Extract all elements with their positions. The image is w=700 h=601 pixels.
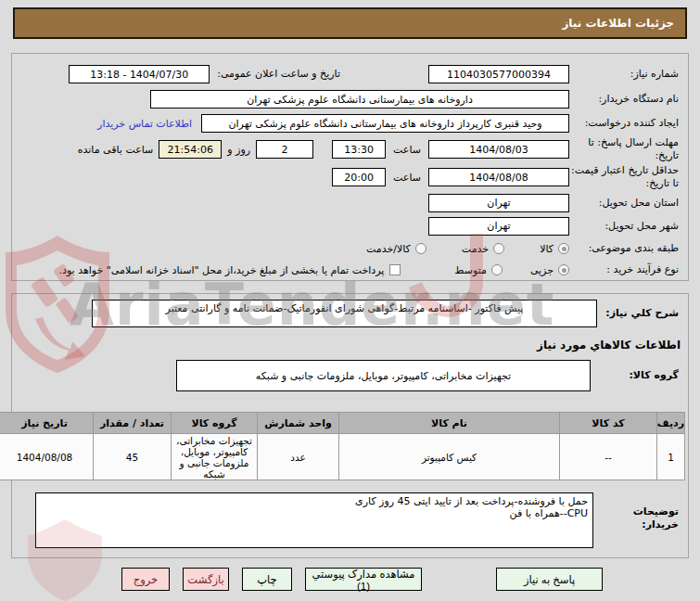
city-label: شهر محل تحویل: (569, 220, 679, 233)
radio-motevaset[interactable] (491, 264, 503, 275)
treasury-note: پرداخت تمام یا بخشی از مبلغ خرید،از محل … (59, 264, 385, 276)
need-desc-row: شرح کلي نیاز: پیش فاکتور -اساسنامه مرتبط… (12, 300, 688, 327)
validity-label: حداقل تاریخ اعتبار قیمت: تا تاریخ: (569, 164, 679, 190)
province-field[interactable]: تهران (428, 194, 569, 212)
radio-jozii-label: جزیی (530, 264, 554, 276)
items-table: ردیف کد کالا نام کالا واحد شمارش گروه کا… (0, 412, 685, 480)
purchase-type-label: نوع فرآیند خرید : (569, 263, 679, 276)
buyer-org-label: نام دستگاه خریدار: (569, 93, 679, 106)
classification-row: طبقه بندی موضوعی: کالا خدمت کالا/خدمت (12, 237, 688, 260)
validity-time-field[interactable]: 20:00 (332, 168, 386, 186)
table-row: 1 -- کیس کامپیوتر عدد تجهیزات مخابراتی، … (0, 434, 685, 480)
col-item-name: نام کالا (339, 413, 560, 434)
cell-group: تجهیزات مخابراتی، کامپیوتر، موبایل، ملزو… (172, 434, 258, 480)
price-validity-row: حداقل تاریخ اعتبار قیمت: تا تاریخ: 1404/… (12, 163, 688, 191)
cell-quantity: 45 (94, 434, 172, 480)
view-attachments-button[interactable]: مشاهده مدارک پیوستي (1) (305, 568, 422, 591)
response-deadline-row: مهلت ارسال پاسخ: تا تاریخ: 1404/08/03 سا… (12, 135, 688, 163)
print-button[interactable]: چاپ (242, 568, 292, 591)
need-desc-label: شرح کلي نیاز: (597, 307, 679, 320)
items-table-header-row: ردیف کد کالا نام کالا واحد شمارش گروه کا… (0, 413, 685, 434)
request-info-panel: شماره نیاز: 1104030577000394 تاریخ و ساع… (11, 53, 689, 281)
requester-field[interactable]: وحید قنبری کارپرداز داروخانه های بیمارست… (201, 114, 569, 133)
radio-jozii[interactable] (558, 264, 569, 275)
radio-kala[interactable] (558, 243, 569, 254)
radio-motevaset-label: متوسط (454, 264, 487, 276)
buyer-notes-row: توضیحات خریدار: حمل با فروشنده-پرداخت بع… (12, 492, 688, 548)
city-row: شهر محل تحویل: تهران (12, 214, 688, 237)
cell-item-name: کیس کامپیوتر (339, 434, 560, 480)
page-title-bar: جزئیات اطلاعات نیاز (13, 7, 687, 39)
items-section-header: اطلاعات کالاهاي مورد نیاز (12, 339, 688, 352)
need-number-field[interactable]: 1104030577000394 (428, 65, 569, 83)
exit-button[interactable]: خروج (121, 568, 170, 591)
announce-label: تاریخ و ساعت اعلان عمومی: (217, 68, 340, 81)
deadline-label: مهلت ارسال پاسخ: تا تاریخ: (569, 136, 679, 162)
buyer-notes-label: توضیحات خریدار: (593, 492, 679, 531)
buyer-org-row: نام دستگاه خریدار: داروخانه های بیمارستا… (12, 87, 688, 111)
cell-item-code: -- (560, 434, 657, 480)
page-title: جزئیات اطلاعات نیاز (562, 17, 674, 30)
days-and-label: روز و (227, 144, 250, 156)
radio-khadamat-label: خدمت (462, 243, 489, 255)
col-quantity: تعداد / مقدار (94, 413, 172, 434)
col-unit: واحد شمارش (258, 413, 339, 434)
goods-group-label: گروه کالا: (591, 369, 679, 382)
deadline-time-field[interactable]: 13:30 (332, 140, 386, 159)
buyer-notes-line1: حمل با فروشنده-پرداخت بعد از تایید ایتی … (41, 495, 588, 507)
city-field[interactable]: تهران (428, 217, 569, 236)
announce-datetime-field[interactable]: 1404/07/30 - 13:18 (69, 65, 210, 83)
deadline-hour-label: ساعت (393, 144, 421, 156)
col-item-code: کد کالا (560, 413, 657, 434)
cell-radif: 1 (657, 434, 685, 480)
deadline-date-field[interactable]: 1404/08/03 (428, 140, 569, 159)
requester-row: ایجاد کننده درخواست: وحید قنبری کارپرداز… (12, 111, 688, 135)
col-need-date: تاریخ نیاز (0, 413, 94, 434)
radio-kala-khadamat-label: کالا/خدمت (366, 243, 411, 255)
remaining-days-field[interactable]: 2 (256, 140, 313, 159)
treasury-checkbox[interactable] (389, 264, 401, 275)
goods-group-field[interactable]: تجهیزات مخابراتی، کامپیوتر، موبایل، ملزو… (176, 360, 591, 391)
need-number-row: شماره نیاز: 1104030577000394 تاریخ و ساع… (12, 61, 688, 87)
items-panel: شرح کلي نیاز: پیش فاکتور -اساسنامه مرتبط… (11, 293, 689, 558)
col-radif: ردیف (657, 413, 685, 434)
radio-kala-label: کالا (540, 243, 554, 255)
province-label: استان محل تحویل: (569, 197, 679, 210)
validity-hour-label: ساعت (393, 172, 421, 184)
cell-need-date: 1404/08/08 (0, 434, 94, 480)
back-button[interactable]: بازگشت (183, 568, 229, 591)
cell-unit: عدد (258, 434, 339, 480)
radio-kala-khadamat[interactable] (415, 243, 426, 254)
classification-label: طبقه بندی موضوعی: (569, 242, 679, 255)
requester-label: ایجاد کننده درخواست: (569, 117, 679, 130)
remaining-hours-label: ساعت باقی مانده (78, 144, 154, 156)
buyer-notes-line2: CPU--همراه با فن (41, 507, 588, 519)
province-row: استان محل تحویل: تهران (12, 191, 688, 214)
validity-date-field[interactable]: 1404/08/08 (428, 168, 569, 186)
col-group: گروه کالا (172, 413, 258, 434)
action-button-bar: پاسخ به نیاز مشاهده مدارک پیوستي (1) چاپ… (0, 568, 700, 591)
buyer-contact-link[interactable]: اطلاعات تماس خریدار (97, 118, 192, 130)
countdown-timer: 21:54:06 (159, 140, 222, 159)
purchase-type-row: نوع فرآیند خرید : جزیی متوسط پرداخت تمام… (12, 260, 688, 280)
respond-button[interactable]: پاسخ به نیاز (496, 568, 603, 591)
need-desc-field[interactable]: پیش فاکتور -اساسنامه مرتبط-گواهی شورای ا… (92, 300, 597, 327)
tender-detail-page: { "colors": { "titlebar_bg": "#97713f", … (0, 0, 700, 601)
goods-group-row: گروه کالا: تجهیزات مخابراتی، کامپیوتر، م… (12, 360, 688, 391)
radio-khadamat[interactable] (493, 243, 504, 254)
need-number-label: شماره نیاز: (569, 68, 679, 81)
buyer-notes-field[interactable]: حمل با فروشنده-پرداخت بعد از تایید ایتی … (35, 492, 593, 548)
buyer-org-field[interactable]: داروخانه های بیمارستانی دانشگاه علوم پزش… (150, 90, 569, 109)
